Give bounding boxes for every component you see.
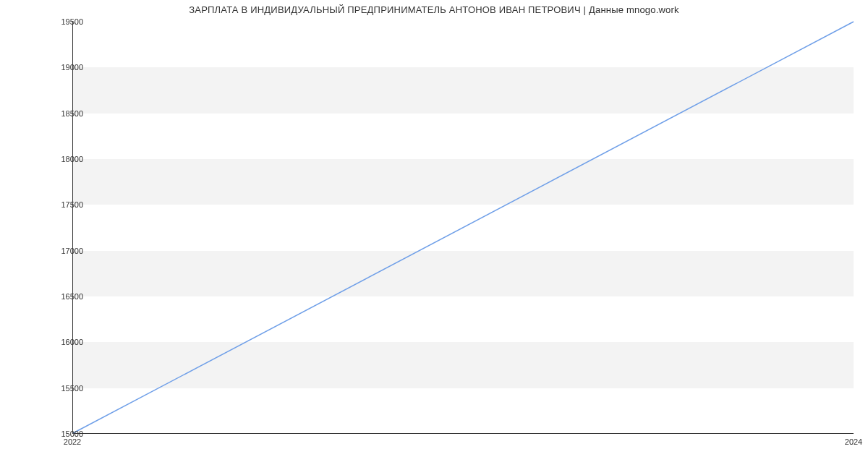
x-tick-label: 2022 xyxy=(64,437,81,446)
chart-title: ЗАРПЛАТА В ИНДИВИДУАЛЬНЫЙ ПРЕДПРИНИМАТЕЛ… xyxy=(0,4,868,15)
salary-chart: ЗАРПЛАТА В ИНДИВИДУАЛЬНЫЙ ПРЕДПРИНИМАТЕЛ… xyxy=(0,0,868,470)
plot-area xyxy=(72,22,854,434)
line-layer xyxy=(73,22,854,433)
x-tick-label: 2024 xyxy=(845,437,862,446)
data-line xyxy=(73,22,854,433)
